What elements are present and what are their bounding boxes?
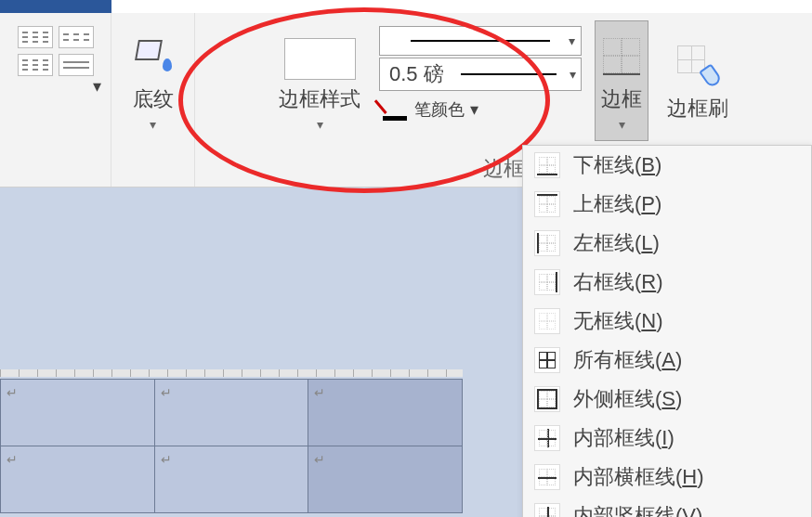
border-hinside-icon xyxy=(534,464,560,490)
pen-icon xyxy=(383,98,409,121)
para-style-icon[interactable] xyxy=(18,54,53,76)
table-cell[interactable]: ↵ xyxy=(154,446,308,513)
menu-item-label: 所有框线(A) xyxy=(573,346,682,374)
border-style-label: 边框样式 xyxy=(279,85,360,113)
border-right-icon xyxy=(534,269,560,295)
menu-item-top[interactable]: 上框线(P) xyxy=(523,185,811,224)
chevron-down-icon: ▾ xyxy=(470,99,478,120)
group-label-borders: 边框 xyxy=(483,155,524,187)
menu-item-outside[interactable]: 外侧框线(S) xyxy=(523,380,811,419)
menu-item-all[interactable]: 所有框线(A) xyxy=(523,341,811,380)
menu-item-label: 下框线(B) xyxy=(573,151,661,179)
menu-item-label: 内部框线(I) xyxy=(573,424,674,452)
document-table[interactable]: ↵ ↵ ↵ ↵ ↵ ↵ xyxy=(0,379,463,513)
table-cell[interactable]: ↵ xyxy=(154,380,308,446)
menu-item-none[interactable]: 无框线(N) xyxy=(523,302,811,341)
border-all-icon xyxy=(534,347,560,373)
menu-item-hinside[interactable]: 内部横框线(H) xyxy=(523,458,811,497)
menu-item-label: 内部竖框线(V) xyxy=(573,502,702,517)
dropdown-caret-icon[interactable]: ▾ xyxy=(93,76,101,97)
menu-item-label: 内部横框线(H) xyxy=(573,463,704,491)
menu-item-inside[interactable]: 内部框线(I) xyxy=(523,419,811,458)
ruler xyxy=(0,369,463,377)
title-bar-fragment xyxy=(0,0,111,13)
menu-item-vinside[interactable]: 内部竖框线(V) xyxy=(523,497,811,517)
borders-dropdown-menu: 下框线(B)上框线(P)左框线(L)右框线(R)无框线(N)所有框线(A)外侧框… xyxy=(522,145,812,517)
border-bottom-icon xyxy=(534,152,560,178)
shading-button[interactable]: 底纹 ▾ xyxy=(127,20,179,141)
line-style-dropdown[interactable]: ▾ xyxy=(379,26,582,56)
paragraph-group-partial: ▾ xyxy=(0,13,111,187)
border-style-button[interactable]: 边框样式 ▾ xyxy=(273,20,366,141)
paint-bucket-icon xyxy=(133,36,174,77)
border-painter-icon xyxy=(677,45,718,86)
border-settings-column: ▾ 0.5 磅 ▾ 笔颜色 ▾ xyxy=(379,20,582,121)
border-style-icon xyxy=(284,38,356,80)
menu-item-label: 右框线(R) xyxy=(573,268,663,296)
table-cell[interactable]: ↵ xyxy=(308,446,463,513)
menu-item-bottom[interactable]: 下框线(B) xyxy=(523,146,811,185)
chevron-down-icon: ▾ xyxy=(317,117,323,132)
border-painter-button[interactable]: 边框刷 xyxy=(661,20,734,141)
borders-icon xyxy=(603,38,640,75)
border-painter-label: 边框刷 xyxy=(667,95,728,123)
chevron-down-icon: ▾ xyxy=(619,117,625,132)
menu-item-label: 左框线(L) xyxy=(573,229,660,257)
line-weight-dropdown[interactable]: 0.5 磅 ▾ xyxy=(379,58,582,91)
border-vinside-icon xyxy=(534,503,560,517)
table-cell[interactable]: ↵ xyxy=(1,446,155,513)
table-cell[interactable]: ↵ xyxy=(1,380,155,446)
para-style-icon[interactable] xyxy=(18,26,53,48)
menu-item-label: 外侧框线(S) xyxy=(573,385,682,413)
menu-item-left[interactable]: 左框线(L) xyxy=(523,224,811,263)
line-weight-value: 0.5 磅 xyxy=(380,60,453,88)
border-none-icon xyxy=(534,308,560,334)
pen-color-button[interactable]: 笔颜色 ▾ xyxy=(379,98,582,121)
chevron-down-icon: ▾ xyxy=(569,33,575,48)
para-style-icon[interactable] xyxy=(59,54,94,76)
menu-item-label: 无框线(N) xyxy=(573,307,663,335)
chevron-down-icon: ▾ xyxy=(564,67,581,82)
pen-color-label: 笔颜色 xyxy=(414,98,465,121)
borders-button-label: 边框 xyxy=(601,85,642,113)
border-top-icon xyxy=(534,191,560,217)
shading-label: 底纹 xyxy=(133,85,174,113)
border-left-icon xyxy=(534,230,560,256)
menu-item-label: 上框线(P) xyxy=(573,190,661,218)
menu-item-right[interactable]: 右框线(R) xyxy=(523,263,811,302)
shading-group: 底纹 ▾ xyxy=(111,13,195,187)
borders-split-button[interactable]: 边框 ▾ xyxy=(595,20,648,141)
border-inside-icon xyxy=(534,425,560,451)
table-cell[interactable]: ↵ xyxy=(308,380,463,446)
border-outside-icon xyxy=(534,386,560,412)
chevron-down-icon: ▾ xyxy=(150,117,156,132)
para-style-icon[interactable] xyxy=(59,26,94,48)
